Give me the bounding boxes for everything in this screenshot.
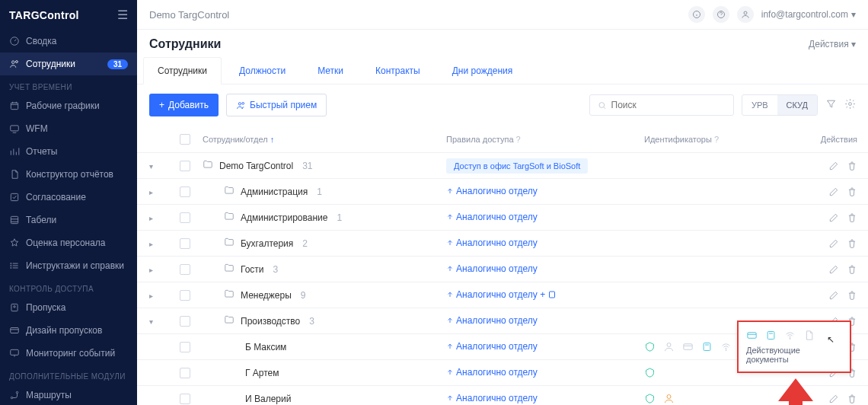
sidebar-item-label: Рабочие графики bbox=[26, 100, 100, 111]
chevron-down-icon[interactable]: ▾ bbox=[149, 317, 153, 326]
access-link[interactable]: Аналогично отделу bbox=[446, 393, 538, 403]
access-link[interactable]: Аналогично отделу + bbox=[446, 289, 557, 300]
chevron-right-icon[interactable]: ▸ bbox=[149, 292, 153, 300]
user-email[interactable]: info@targcontrol.com▾ bbox=[761, 9, 856, 20]
teal-icon[interactable] bbox=[644, 341, 656, 352]
badge-icon bbox=[9, 302, 20, 313]
burger-icon[interactable]: ☰ bbox=[117, 8, 128, 22]
access-link[interactable]: Аналогично отделу bbox=[446, 238, 538, 248]
edit-icon[interactable] bbox=[828, 290, 839, 301]
sidebar-item-WFM[interactable]: WFM bbox=[0, 117, 137, 140]
chevron-right-icon[interactable]: ▸ bbox=[149, 266, 153, 274]
tab-Дни рождения[interactable]: Дни рождения bbox=[438, 57, 528, 84]
delete-icon[interactable] bbox=[847, 161, 857, 171]
main: Demo TargControl info@targcontrol.com▾ С… bbox=[137, 0, 868, 405]
help-icon: ? bbox=[516, 135, 521, 144]
blue-icon[interactable] bbox=[701, 341, 713, 352]
access-link[interactable]: Аналогично отделу bbox=[446, 263, 538, 274]
filter-icon[interactable] bbox=[825, 98, 837, 112]
access-link[interactable]: Аналогично отделу bbox=[446, 212, 538, 222]
chevron-right-icon[interactable]: ▸ bbox=[149, 214, 153, 222]
edit-icon[interactable] bbox=[828, 264, 839, 275]
svg-point-49 bbox=[726, 349, 726, 350]
sidebar-item-Табели[interactable]: Табели bbox=[0, 209, 137, 231]
row-checkbox[interactable] bbox=[180, 290, 190, 301]
employee-table: Сотрудник/отдел ↑ Правила доступа ? Иден… bbox=[137, 126, 868, 405]
quick-hire-button[interactable]: Быстрый прием bbox=[226, 94, 327, 116]
tab-Сотрудники[interactable]: Сотрудники bbox=[143, 57, 222, 85]
sidebar-item-Сотрудники[interactable]: Сотрудники 31 bbox=[0, 53, 137, 75]
grey-wifi-icon[interactable] bbox=[720, 341, 732, 352]
select-all-checkbox[interactable] bbox=[180, 134, 190, 145]
table-row: И Валерий Аналогично отделу bbox=[137, 386, 868, 405]
chevron-down-icon[interactable]: ▾ bbox=[149, 162, 153, 171]
delete-icon[interactable] bbox=[847, 212, 857, 223]
row-checkbox[interactable] bbox=[180, 316, 190, 327]
table-row: ▾ Demo TargControl 31 Доступ в офис Targ… bbox=[137, 153, 868, 179]
access-chip[interactable]: Доступ в офис TargSoft и BioSoft bbox=[446, 158, 588, 174]
grey-user-icon[interactable] bbox=[663, 341, 675, 352]
tab-Должности[interactable]: Должности bbox=[225, 57, 300, 84]
sidebar-item-Дизайн пропусков[interactable]: Дизайн пропусков bbox=[0, 319, 137, 342]
row-checkbox[interactable] bbox=[180, 238, 190, 249]
teal-icon[interactable] bbox=[644, 367, 656, 378]
help-icon[interactable] bbox=[713, 6, 729, 23]
users-icon bbox=[236, 100, 246, 110]
col-employee[interactable]: Сотрудник/отдел ↑ bbox=[203, 135, 446, 144]
sidebar-item-Отчеты[interactable]: Отчеты bbox=[0, 140, 137, 163]
sidebar-item-Согласование[interactable]: Согласование bbox=[0, 186, 137, 209]
tab-Метки[interactable]: Метки bbox=[303, 57, 358, 84]
tab-Контракты[interactable]: Контракты bbox=[361, 57, 435, 84]
page-actions-menu[interactable]: Действия ▾ bbox=[809, 39, 856, 49]
search-input[interactable] bbox=[589, 94, 734, 116]
row-checkbox[interactable] bbox=[180, 394, 190, 404]
row-checkbox[interactable] bbox=[180, 368, 190, 378]
edit-icon[interactable] bbox=[828, 394, 839, 404]
delete-icon[interactable] bbox=[847, 187, 857, 197]
chevron-right-icon[interactable]: ▸ bbox=[149, 188, 153, 196]
chevron-right-icon[interactable]: ▸ bbox=[149, 240, 153, 248]
access-link[interactable]: Аналогично отделу bbox=[446, 367, 538, 378]
orange-user-icon[interactable] bbox=[663, 393, 675, 404]
row-checkbox[interactable] bbox=[180, 342, 190, 352]
sidebar-item-Сводка[interactable]: Сводка bbox=[0, 30, 137, 53]
sidebar-item-Мониторинг событий[interactable]: Мониторинг событий bbox=[0, 342, 137, 365]
sidebar-item-Маршруты[interactable]: Маршруты bbox=[0, 384, 137, 405]
edit-icon[interactable] bbox=[828, 212, 839, 223]
folder-icon bbox=[224, 185, 235, 198]
delete-icon[interactable] bbox=[847, 394, 857, 404]
access-link[interactable]: Аналогично отделу bbox=[446, 341, 538, 352]
dept-count: 3 bbox=[309, 316, 314, 327]
info-icon[interactable] bbox=[688, 6, 705, 23]
access-link[interactable]: Аналогично отделу bbox=[446, 315, 538, 326]
grey-card-icon[interactable] bbox=[682, 341, 694, 352]
avatar[interactable] bbox=[737, 6, 754, 23]
teal-icon[interactable] bbox=[644, 393, 656, 404]
edit-icon[interactable] bbox=[828, 161, 839, 171]
gear-icon[interactable] bbox=[844, 98, 856, 112]
sidebar-item-label: Конструктор отчётов bbox=[26, 169, 113, 180]
sidebar-item-label: Маршруты bbox=[26, 390, 72, 400]
delete-icon[interactable] bbox=[847, 238, 857, 249]
delete-icon[interactable] bbox=[847, 290, 857, 301]
sidebar-item-Рабочие графики[interactable]: Рабочие графики bbox=[0, 94, 137, 117]
row-checkbox[interactable] bbox=[180, 212, 190, 223]
seg-skud[interactable]: СКУД bbox=[777, 95, 817, 115]
sidebar-item-Оценка персонала[interactable]: Оценка персонала bbox=[0, 231, 137, 254]
delete-icon[interactable] bbox=[847, 264, 857, 275]
svg-point-39 bbox=[242, 102, 244, 104]
employee-name: Б Максим bbox=[245, 342, 286, 352]
add-button[interactable]: +Добавить bbox=[149, 94, 219, 116]
edit-icon[interactable] bbox=[828, 238, 839, 249]
sidebar-item-label: Табели bbox=[26, 215, 56, 225]
access-link[interactable]: Аналогично отделу bbox=[446, 186, 538, 196]
sidebar-item-Пропуска[interactable]: Пропуска bbox=[0, 296, 137, 319]
edit-icon[interactable] bbox=[828, 187, 839, 197]
svg-rect-43 bbox=[550, 292, 555, 298]
sidebar-item-Конструктор отчётов[interactable]: Конструктор отчётов bbox=[0, 163, 137, 186]
row-checkbox[interactable] bbox=[180, 264, 190, 275]
sidebar-item-Инструктажи и справки[interactable]: Инструктажи и справки bbox=[0, 254, 137, 277]
row-checkbox[interactable] bbox=[180, 161, 190, 171]
row-checkbox[interactable] bbox=[180, 187, 190, 197]
seg-urv[interactable]: УРВ bbox=[742, 95, 777, 115]
